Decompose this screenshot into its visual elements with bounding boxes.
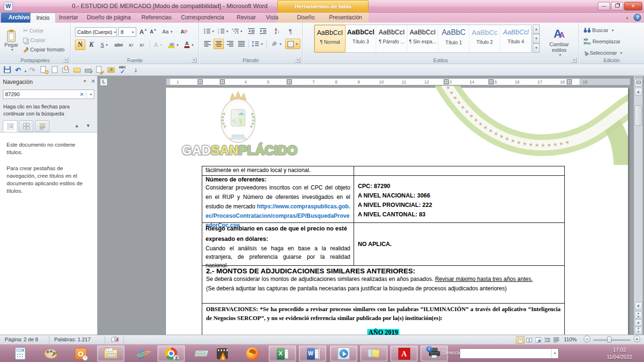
- restore-button[interactable]: [611, 2, 623, 10]
- table-cell[interactable]: Número de oferentes: Considerar proveedo…: [202, 176, 354, 222]
- style-titulo-4[interactable]: AaBbCclTítulo 4: [500, 25, 531, 52]
- shading-button[interactable]: ▾: [269, 39, 283, 49]
- taskbar-sticky-notes-icon[interactable]: [360, 346, 388, 362]
- bullets-button[interactable]: ▾: [202, 26, 215, 36]
- tab-selector[interactable]: L: [100, 78, 107, 86]
- previous-result-icon[interactable]: ▲: [74, 123, 79, 128]
- nav-pane-close-icon[interactable]: ✕: [91, 78, 95, 84]
- increase-indent-button[interactable]: [257, 26, 269, 36]
- reading-view-button[interactable]: [525, 336, 534, 344]
- scrollbar-thumb[interactable]: [635, 105, 642, 126]
- replace-button[interactable]: ab⇄ac Reemplazar: [583, 37, 635, 46]
- clear-search-icon[interactable]: ✕: [78, 91, 86, 98]
- tab-diseno-de-pagina[interactable]: Diseño de página: [81, 13, 136, 23]
- clipboard-dialog-launcher[interactable]: ↘: [63, 58, 68, 63]
- copy-button[interactable]: Copiar: [23, 36, 68, 44]
- sort-button[interactable]: AZ↓: [271, 26, 283, 36]
- select-browse-object-icon[interactable]: ●: [635, 319, 642, 326]
- taskbar-outlook-icon[interactable]: O: [67, 346, 94, 362]
- table-column-marker[interactable]: [287, 79, 292, 84]
- document-page[interactable]: ★ ★ ★ ★ ★ ★ ★ ★ ★ ★ ★ ★ ★ ★ ★ ★ ★ ★ ★ ★ …: [166, 88, 628, 335]
- taskbar-paint-icon[interactable]: [37, 346, 64, 362]
- style-parrafo[interactable]: AaBbCcI¶ Párrafo ...: [376, 25, 407, 52]
- edit-page-icon[interactable]: [96, 66, 104, 74]
- split-handle[interactable]: [635, 76, 642, 78]
- line-spacing-button[interactable]: ▾: [250, 39, 264, 49]
- italic-button[interactable]: K: [86, 40, 97, 50]
- gallery-more-icon[interactable]: ▼: [533, 43, 540, 53]
- web-layout-view-button[interactable]: [534, 336, 543, 344]
- taskbar-word-icon[interactable]: W: [299, 346, 326, 362]
- year-highlight[interactable]: AÑO 2019: [367, 329, 400, 335]
- styles-dialog-launcher[interactable]: ↘: [571, 58, 577, 63]
- page-indicator[interactable]: Página: 2 de 8: [5, 337, 38, 342]
- shrink-font-button[interactable]: A▼: [149, 27, 158, 36]
- underline-button[interactable]: S▾: [98, 40, 111, 50]
- style-titulo-2[interactable]: AaBbCcTítulo 2: [470, 25, 501, 52]
- horizontal-ruler[interactable]: 1 2 3 4 5 6 7 8 9 10 11 12 13 14 15 16 1…: [166, 78, 630, 85]
- show-marks-button[interactable]: ¶: [285, 26, 296, 36]
- save-icon[interactable]: [4, 66, 12, 74]
- zoom-slider-track[interactable]: [593, 339, 631, 341]
- table-column-marker[interactable]: [488, 79, 494, 84]
- table-cell[interactable]: fácilmente en el mercado local y naciona…: [202, 166, 354, 175]
- section2-title[interactable]: 2.- MONTOS DE ADJUDICACIONES SIMILARES A…: [206, 266, 561, 275]
- outline-view-button[interactable]: [543, 336, 552, 344]
- align-center-button[interactable]: [214, 39, 224, 49]
- superscript-button[interactable]: x2: [137, 40, 147, 50]
- close-button[interactable]: ×: [624, 2, 642, 10]
- zoom-out-icon[interactable]: −: [584, 336, 590, 342]
- table-column-marker[interactable]: [220, 79, 225, 84]
- taskbar-media-player-icon[interactable]: [330, 346, 357, 362]
- taskbar-drafting-tool-icon[interactable]: A: [390, 346, 418, 362]
- taskbar-internet-explorer-icon[interactable]: e: [127, 346, 155, 362]
- table-cell[interactable]: NO APLICA.: [354, 223, 564, 265]
- collapse-ribbon-icon[interactable]: ∧: [626, 15, 629, 21]
- help-icon[interactable]: ?: [634, 14, 641, 21]
- undo-dropdown-icon[interactable]: ▾: [23, 66, 27, 74]
- font-color-button[interactable]: A▾: [182, 40, 196, 50]
- minimize-button[interactable]: —: [598, 2, 610, 10]
- address-dropdown-icon[interactable]: ▾: [551, 349, 558, 358]
- tab-referencias[interactable]: Referencias: [136, 13, 177, 23]
- multilevel-list-button[interactable]: ▾: [231, 26, 244, 36]
- gallery-scroll-up-icon[interactable]: ▲: [533, 25, 540, 34]
- paste-button[interactable]: Pegar ▾: [3, 25, 20, 57]
- clear-formatting-button[interactable]: A: [179, 27, 189, 36]
- zoom-in-icon[interactable]: +: [634, 336, 640, 342]
- highlight-color-button[interactable]: ab▾: [166, 40, 181, 50]
- zoom-level[interactable]: 110%: [564, 337, 577, 342]
- taskbar-excel-icon[interactable]: X: [269, 346, 296, 362]
- folder-asterisk-icon[interactable]: ✳: [107, 66, 116, 74]
- scroll-up-icon[interactable]: ▲: [635, 88, 642, 96]
- redo-icon-disabled[interactable]: ↷: [29, 66, 37, 74]
- browse-headings-tab[interactable]: [3, 120, 17, 132]
- next-result-icon[interactable]: ▼: [86, 123, 91, 128]
- borders-button[interactable]: ▾: [285, 39, 300, 49]
- print-layout-view-button[interactable]: [516, 336, 525, 344]
- select-button[interactable]: Seleccionar ▾: [583, 49, 638, 57]
- align-left-button[interactable]: [202, 39, 213, 49]
- table-cell-empty[interactable]: [354, 166, 564, 175]
- cut-button[interactable]: ✂ Cortar: [23, 26, 68, 35]
- justify-button[interactable]: [236, 39, 247, 49]
- align-right-button[interactable]: [225, 39, 235, 49]
- style-normal[interactable]: AaBbCcI¶ Normal: [314, 25, 346, 52]
- observations-text[interactable]: OBSERVACIONES: *Se ha procedido a revisa…: [206, 305, 561, 323]
- browse-results-tab[interactable]: [35, 120, 50, 132]
- zoom-slider-thumb[interactable]: [607, 337, 611, 343]
- find-button[interactable]: Buscar ▾: [583, 26, 635, 34]
- tab-revisar[interactable]: Revisar: [231, 13, 262, 23]
- open-folder-icon[interactable]: [74, 66, 82, 74]
- paragraph-dialog-launcher[interactable]: ↘: [295, 58, 300, 63]
- taskbar-chrome-icon[interactable]: [157, 346, 185, 362]
- email-icon[interactable]: [62, 66, 70, 74]
- ruler-toggle-button[interactable]: [635, 79, 642, 87]
- taskbar-disc-burner-icon[interactable]: [208, 346, 236, 362]
- undo-icon[interactable]: ↶: [15, 66, 23, 74]
- tab-inicio[interactable]: Inicio: [30, 13, 56, 23]
- bold-button[interactable]: N: [75, 40, 85, 50]
- browse-pages-tab[interactable]: [19, 120, 33, 132]
- nav-pane-menu-icon[interactable]: ▼: [83, 79, 87, 83]
- taskbar-firefox-icon[interactable]: [239, 346, 266, 362]
